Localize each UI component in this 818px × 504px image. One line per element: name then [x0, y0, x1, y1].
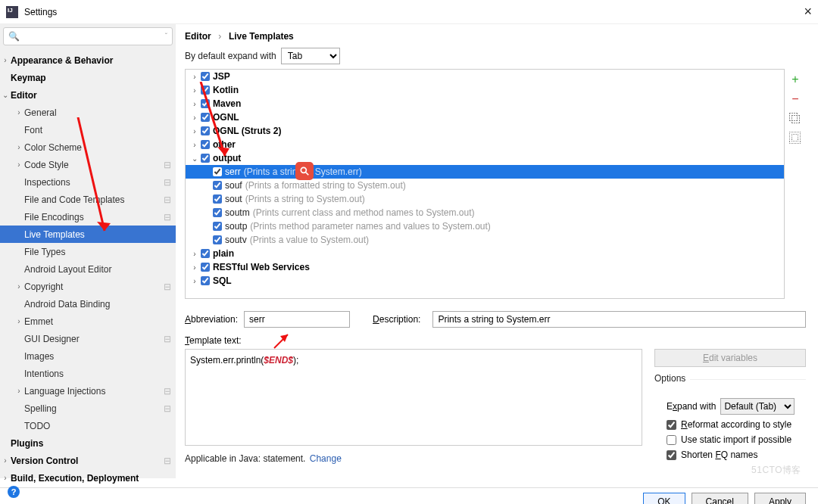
sidebar-item-file-and-code-templates[interactable]: File and Code Templates⊟	[0, 191, 176, 208]
cancel-button[interactable]: Cancel	[692, 493, 748, 504]
template-list[interactable]: ›JSP›Kotlin›Maven›OGNL›OGNL (Struts 2)›o…	[185, 69, 785, 299]
group-checkbox[interactable]	[201, 126, 210, 135]
group-checkbox[interactable]	[201, 99, 210, 108]
sidebar-item-keymap[interactable]: Keymap	[0, 69, 176, 86]
remove-button[interactable]: −	[789, 93, 801, 105]
sidebar-item-label: Language Injections	[24, 386, 164, 397]
template-group-output[interactable]: ⌄output	[186, 151, 784, 165]
sidebar-item-file-types[interactable]: File Types	[0, 243, 176, 260]
template-checkbox[interactable]	[213, 222, 222, 231]
change-link[interactable]: Change	[310, 453, 342, 464]
breadcrumb: Editor › Live Templates	[185, 30, 818, 48]
group-checkbox[interactable]	[201, 154, 210, 163]
template-text-label: Template text:	[185, 335, 818, 346]
sidebar-item-code-style[interactable]: ›Code Style⊟	[0, 156, 176, 173]
template-text-box: System.err.println($END$); Applicable in…	[185, 349, 642, 464]
add-button[interactable]: +	[789, 73, 801, 86]
static-import-checkbox[interactable]	[667, 435, 676, 445]
expand-with-select[interactable]: Default (Tab)	[720, 398, 795, 415]
apply-button[interactable]: Apply	[754, 493, 806, 504]
expand-with-row: Expand with Default (Tab)	[654, 398, 806, 415]
template-group-restful-web-services[interactable]: ›RESTful Web Services	[186, 260, 784, 274]
group-checkbox[interactable]	[201, 86, 210, 95]
sidebar-item-spelling[interactable]: Spelling⊟	[0, 400, 176, 417]
search-input[interactable]	[23, 31, 165, 42]
group-checkbox[interactable]	[201, 276, 210, 285]
template-group-jsp[interactable]: ›JSP	[186, 70, 784, 83]
group-label: output	[213, 153, 241, 163]
static-import-label: Use static import if possible	[681, 434, 791, 445]
template-group-plain[interactable]: ›plain	[186, 247, 784, 260]
template-item-serr[interactable]: serr (Prints a string to System.err)	[186, 165, 784, 179]
template-item-soutp[interactable]: soutp (Prints method parameter names and…	[186, 219, 784, 233]
sidebar-item-label: Spelling	[24, 403, 164, 414]
reformat-checkbox[interactable]	[667, 420, 676, 430]
sidebar-item-appearance-behavior[interactable]: ›Appearance & Behavior	[0, 51, 176, 69]
description-input[interactable]	[432, 311, 806, 328]
sidebar-item-intentions[interactable]: Intentions	[0, 365, 176, 382]
abbreviation-input[interactable]	[244, 311, 350, 328]
chevron-icon: ›	[14, 108, 24, 117]
sidebar-item-build-execution-deployment[interactable]: ›Build, Execution, Deployment	[0, 469, 176, 487]
pin-icon: ⊟	[164, 456, 171, 466]
sidebar-item-emmet[interactable]: ›Emmet	[0, 313, 176, 330]
default-expand-select[interactable]: Tab	[281, 48, 340, 64]
sidebar-item-plugins[interactable]: Plugins	[0, 434, 176, 452]
sidebar-item-label: TODO	[24, 421, 171, 431]
sidebar-item-version-control[interactable]: ›Version Control⊟	[0, 452, 176, 469]
sidebar-item-editor[interactable]: ⌄Editor	[0, 86, 176, 104]
template-group-kotlin[interactable]: ›Kotlin	[186, 83, 784, 97]
sidebar-item-android-layout-editor[interactable]: Android Layout Editor	[0, 260, 176, 278]
sidebar-item-images[interactable]: Images	[0, 347, 176, 365]
chevron-right-icon: ›	[190, 86, 199, 95]
template-item-sout[interactable]: sout (Prints a string to System.out)	[186, 192, 784, 206]
template-group-maven[interactable]: ›Maven	[186, 97, 784, 110]
search-wrap[interactable]: 🔍 ˇ	[3, 27, 173, 45]
template-group-sql[interactable]: ›SQL	[186, 274, 784, 288]
template-group-other[interactable]: ›other	[186, 138, 784, 151]
abbreviation-label: Abbreviation:	[185, 314, 238, 325]
template-item-soutm[interactable]: soutm (Prints current class and method n…	[186, 206, 784, 219]
sidebar-item-live-templates[interactable]: Live Templates	[0, 226, 176, 243]
group-checkbox[interactable]	[201, 113, 210, 122]
group-checkbox[interactable]	[201, 263, 210, 272]
shorten-checkbox[interactable]	[667, 450, 676, 460]
sidebar-item-todo[interactable]: TODO	[0, 417, 176, 434]
sidebar-item-inspections[interactable]: Inspections⊟	[0, 173, 176, 191]
template-checkbox[interactable]	[213, 167, 222, 176]
chevron-icon: ›	[0, 56, 11, 64]
template-group-ognl[interactable]: ›OGNL	[186, 110, 784, 124]
duplicate-button[interactable]: ⿴	[789, 132, 801, 145]
template-checkbox[interactable]	[213, 208, 222, 217]
group-checkbox[interactable]	[201, 72, 210, 81]
ok-button[interactable]: OK	[643, 493, 685, 504]
template-checkbox[interactable]	[213, 181, 222, 190]
template-checkbox[interactable]	[213, 194, 222, 204]
breadcrumb-editor[interactable]: Editor	[185, 31, 211, 42]
template-group-ognl-struts-2-[interactable]: ›OGNL (Struts 2)	[186, 124, 784, 138]
sidebar-item-label: Plugins	[11, 438, 171, 449]
template-checkbox[interactable]	[213, 235, 222, 244]
template-item-souf[interactable]: souf (Prints a formatted string to Syste…	[186, 179, 784, 192]
chevron-right-icon: ›	[190, 141, 199, 149]
sidebar-item-general[interactable]: ›General	[0, 104, 176, 121]
sidebar-item-language-injections[interactable]: ›Language Injections⊟	[0, 382, 176, 400]
chevron-icon: ›	[14, 317, 24, 325]
sidebar-item-color-scheme[interactable]: ›Color Scheme	[0, 138, 176, 156]
sidebar-item-gui-designer[interactable]: GUI Designer⊟	[0, 330, 176, 347]
content: 🔍 ˇ ›Appearance & BehaviorKeymap⌄Editor›…	[0, 24, 818, 478]
sidebar-item-android-data-binding[interactable]: Android Data Binding	[0, 295, 176, 313]
sidebar-item-label: Images	[24, 351, 171, 362]
pin-icon: ⊟	[164, 160, 171, 170]
help-icon[interactable]: ?	[8, 486, 20, 498]
sidebar-item-font[interactable]: Font	[0, 121, 176, 138]
close-icon[interactable]: ×	[804, 4, 812, 20]
group-checkbox[interactable]	[201, 140, 210, 149]
copy-button[interactable]: ⿻	[789, 113, 801, 125]
template-item-soutv[interactable]: soutv (Prints a value to System.out)	[186, 233, 784, 247]
sidebar-item-file-encodings[interactable]: File Encodings⊟	[0, 208, 176, 226]
group-checkbox[interactable]	[201, 249, 210, 258]
template-text-area[interactable]: System.err.println($END$);	[185, 349, 642, 446]
sidebar-item-copyright[interactable]: ›Copyright⊟	[0, 278, 176, 295]
chevron-down-icon[interactable]: ˇ	[165, 33, 167, 41]
